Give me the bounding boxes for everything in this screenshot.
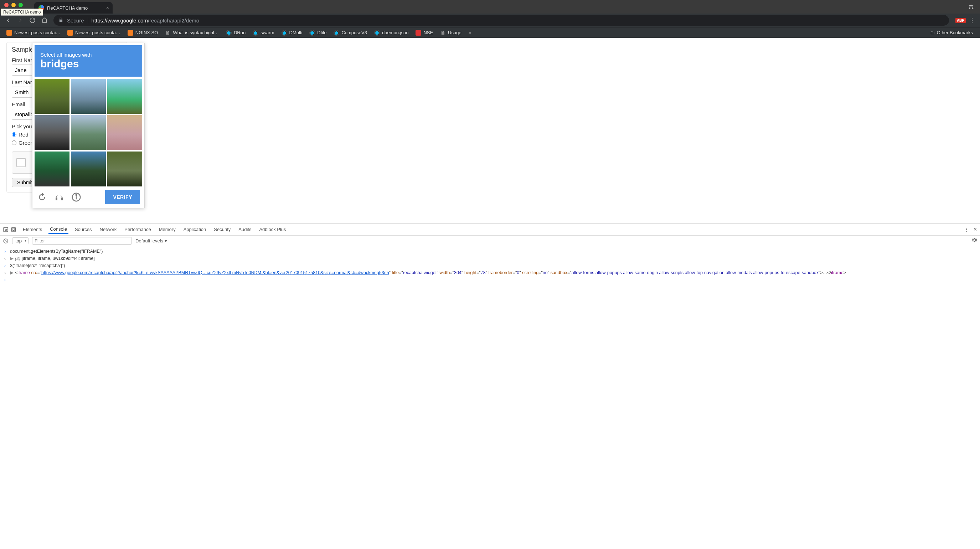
tab-memory[interactable]: Memory [158,225,177,234]
bookmark-item[interactable]: NSE [412,30,436,36]
window-controls [0,0,27,7]
console-line: › $("iframe[src*='recaptcha']") [3,262,977,269]
bookmark-label: DRun [234,30,245,35]
devtools-menu-button[interactable]: ⋮ [964,227,969,232]
bookmark-item[interactable]: Newest posts contai… [3,30,64,36]
recaptcha-tile[interactable] [107,79,142,114]
devtools-panel: Elements Console Sources Network Perform… [0,223,980,287]
prompt-icon: › [3,248,7,255]
stackoverflow-icon [127,30,133,36]
console-result-text: ▶(2) [iframe, iframe, uw1kb9dif44l: ifra… [10,255,95,262]
back-button[interactable] [3,15,14,25]
console-input-cursor[interactable] [10,276,14,283]
inspect-icon[interactable] [3,227,8,232]
tab-close-button[interactable]: × [106,5,109,11]
svg-line-7 [4,240,7,242]
bookmark-item[interactable]: DRun [223,30,249,36]
recaptcha-checkbox[interactable] [16,158,25,167]
forward-button[interactable] [15,15,25,25]
recaptcha-tile[interactable] [107,115,142,150]
prompt-icon: › [3,262,7,269]
bookmark-item[interactable]: NGINX SO [124,30,162,36]
home-button[interactable] [39,15,50,25]
tab-performance[interactable]: Performance [123,225,152,234]
tab-console[interactable]: Console [48,225,68,234]
bookmark-item[interactable]: Dfile [306,30,330,36]
recaptcha-tile[interactable] [107,151,142,186]
svg-rect-5 [13,228,14,231]
bookmark-item[interactable]: ComposeV3 [330,30,371,36]
svg-point-2 [76,195,77,196]
recaptcha-tile[interactable] [35,79,70,114]
bookmarks-overflow-button[interactable]: » [466,30,473,35]
console-toolbar: top Default levels ▾ [0,236,980,246]
bookmark-item[interactable]: 🗎Usage [436,30,465,36]
tab-application[interactable]: Application [182,225,208,234]
reload-button[interactable] [27,15,38,25]
omnibox[interactable]: Secure https://www.google.com/recaptcha/… [54,15,949,25]
bookmark-item[interactable]: swarm [249,30,278,36]
recaptcha-tile[interactable] [35,115,70,150]
browser-menu-button[interactable]: ⋮ [967,16,977,24]
bookmark-label: DMulti [290,30,302,35]
console-settings-icon[interactable] [972,237,977,244]
tab-network[interactable]: Network [99,225,118,234]
tab-adblock-plus[interactable]: Adblock Plus [258,225,287,234]
expand-icon[interactable]: ▶ [10,256,14,261]
expand-icon[interactable]: ▶ [10,270,14,275]
result-icon: ‹ [3,269,7,276]
tab-security[interactable]: Security [212,225,232,234]
bookmark-label: swarm [261,30,274,35]
incognito-icon [967,3,975,12]
tab-tooltip: ReCAPTCHA demo [1,8,43,16]
recaptcha-tile[interactable] [71,151,106,186]
console-filter-input[interactable] [32,237,132,245]
info-icon[interactable] [71,192,82,202]
recaptcha-tile[interactable] [71,79,106,114]
reload-icon[interactable] [37,192,48,202]
log-levels-select[interactable]: Default levels ▾ [135,238,167,243]
console-output[interactable]: › document.getElementsByTagName("IFRAME"… [0,246,980,287]
tab-elements[interactable]: Elements [21,225,43,234]
docker-icon [374,30,380,36]
tab-sources[interactable]: Sources [73,225,93,234]
console-line[interactable]: › [3,276,977,283]
bookmark-item[interactable]: DMulti [278,30,306,36]
bookmark-item[interactable]: 🗎What is syntax highl… [161,30,223,36]
browser-tab[interactable]: ReCAPTCHA demo × [34,2,113,14]
bookmark-item[interactable]: Newest posts conta… [64,30,124,36]
clear-console-icon[interactable] [3,238,8,244]
other-bookmarks-button[interactable]: 🗀 Other Bookmarks [930,30,977,35]
tab-audits[interactable]: Audits [237,225,253,234]
radio-red-label: Red [19,132,29,138]
execution-context-select[interactable]: top [12,237,29,244]
prompt-icon: › [3,276,7,283]
verify-button[interactable]: VERIFY [105,190,140,204]
audio-icon[interactable] [54,192,65,202]
url-path: /recaptcha/api2/demo [148,18,199,24]
bookmark-item[interactable]: daemon.json [371,30,412,36]
radio-green-label: Green [19,140,33,146]
minimize-window-button[interactable] [11,3,16,7]
extension-abp-icon[interactable]: ABP [955,18,966,23]
stackoverflow-icon [67,30,73,36]
device-toolbar-icon[interactable] [11,227,16,232]
radio-red[interactable] [12,132,16,137]
console-line: › document.getElementsByTagName("IFRAME"… [3,248,977,255]
console-line: ‹ ▶(2) [iframe, iframe, uw1kb9dif44l: if… [3,255,977,262]
bookmark-label: What is syntax highl… [173,30,219,35]
recaptcha-tile[interactable] [35,151,70,186]
recaptcha-grid [35,79,142,186]
recaptcha-tile[interactable] [71,115,106,150]
devtools-close-button[interactable]: ✕ [973,227,977,232]
close-window-button[interactable] [4,3,8,7]
docker-icon [226,30,232,36]
other-bookmarks-label: Other Bookmarks [937,30,973,35]
bookmark-label: NSE [423,30,433,35]
radio-green[interactable] [12,140,16,145]
tab-strip: ReCAPTCHA demo × [34,0,113,14]
zoom-window-button[interactable] [19,3,23,7]
recaptcha-challenge: Select all images with bridges VERIF [32,43,145,208]
devtools-dock-controls [3,227,16,232]
bookmark-label: NGINX SO [135,30,158,35]
